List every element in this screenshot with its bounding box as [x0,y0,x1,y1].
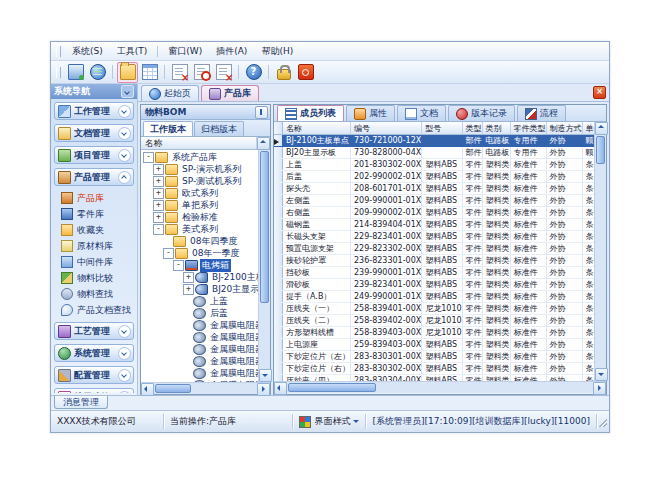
detail-tab[interactable]: 流程 [517,105,566,121]
table-row[interactable]: 提手（A.B）249-990001-01X塑料ABS零件塑料类标准件外协条 [274,291,594,303]
table-row[interactable]: 下纱定位片（左）283-830301-00X塑料ABS零件塑料类标准件外协条 [274,351,594,363]
table-row[interactable]: 长磁头支架229-823401-00X塑料ABS零件塑料类标准件外协条 [274,231,594,243]
close-document-button[interactable] [169,62,190,83]
sidebar-item[interactable]: 产品库 [53,190,135,206]
tree-node[interactable]: 后盖 [141,307,258,319]
menubar-grip[interactable] [56,46,61,57]
menu-item-1[interactable]: 工具(T) [111,43,154,60]
network-button[interactable] [87,62,108,83]
table-row[interactable]: 挡砂板239-990001-01X塑料ABS零件塑料类标准件外协条 [274,267,594,279]
column-header-6[interactable]: 制造方式 [546,122,582,135]
sidebar-section-4[interactable]: 工艺管理 [54,322,134,340]
table-scroll-down-button[interactable] [595,368,608,381]
chevron-down-icon[interactable] [118,391,131,394]
expand-toggle[interactable]: + [183,272,194,283]
chevron-down-icon[interactable] [118,369,131,382]
tree-scroll-down-button[interactable] [259,369,272,382]
sidebar-section-3[interactable]: 产品管理 [54,168,134,186]
open-library-button[interactable] [117,62,138,83]
table-row[interactable]: 探头壳208-601701-01X塑料ABS零件塑料类标准件外协条 [274,183,594,195]
table-row[interactable]: 下纱定位片（右）283-830302-00X塑料ABS零件塑料类标准件外协条 [274,363,594,375]
pin-icon[interactable] [255,106,268,119]
delete-document-button[interactable] [213,62,234,83]
expand-toggle[interactable]: + [153,176,164,187]
version-tab[interactable]: 归档版本 [194,121,244,136]
table-vertical-scrollbar[interactable] [594,122,606,381]
tree-node[interactable]: 08年四季度 [141,235,258,247]
sidebar-section-6[interactable]: 配置管理 [54,366,134,384]
sidebar-item[interactable]: 原材料库 [53,238,135,254]
sidebar-section-7[interactable]: 扩展功能 [54,388,134,393]
tree-node[interactable]: +单把系列 [141,199,258,211]
document-tab[interactable]: 产品库 [201,85,259,101]
table-hscroll-thumb[interactable] [288,383,376,392]
table-row[interactable]: 左侧盖209-990001-01X塑料ABS零件塑料类标准件外协条 [274,195,594,207]
column-header-0[interactable]: 名称 [283,122,351,135]
sidebar-section-2[interactable]: 项目管理 [54,146,134,164]
message-management-tab[interactable]: 消息管理 [54,396,108,409]
table-scroll-right-button[interactable] [593,382,606,395]
chevron-down-icon[interactable] [118,127,131,140]
chevron-down-icon[interactable] [118,325,131,338]
sidebar-item[interactable]: 物料比较 [53,270,135,286]
tree-node[interactable]: 上盖 [141,295,258,307]
collapse-toggle[interactable]: - [143,152,154,163]
table-row[interactable]: BJ20主显示板730-828000-04X部件电路板专用件外协颗 [274,147,594,159]
tree-scroll-up-button[interactable] [257,137,270,150]
menu-item-2[interactable]: 窗口(W) [162,43,208,60]
expand-toggle[interactable]: + [153,188,164,199]
sidebar-item[interactable]: 零件库 [53,206,135,222]
tree-node[interactable]: -美式系列 [141,223,258,235]
sidebar-item[interactable]: 物料查找 [53,286,135,302]
expand-toggle[interactable]: + [153,212,164,223]
tree-node[interactable]: +BJ20主显示板 [141,283,258,295]
table-row[interactable]: 压线夹（二）258-839402-00X尼龙1010零件塑料类标准件外协条 [274,315,594,327]
sidebar-item[interactable]: 收藏夹 [53,222,135,238]
table-row[interactable]: 上电源座259-839403-00X塑料ABS零件塑料类标准件外协条 [274,339,594,351]
tree-scroll-left-button[interactable] [141,383,154,396]
table-scroll-left-button[interactable] [274,382,287,395]
document-tab[interactable]: 起始页 [141,85,199,101]
chevron-down-icon[interactable] [118,347,131,360]
collapse-toggle[interactable]: - [163,248,174,259]
close-tab-button[interactable]: × [593,86,606,99]
exit-button[interactable] [295,62,316,83]
sidebar-collapse-button[interactable] [121,85,134,98]
tree-node[interactable]: -08年一季度 [141,247,258,259]
table-row[interactable]: 预置电源支架229-823302-00X塑料ABS零件塑料类标准件外协条 [274,243,594,255]
tree-column-header[interactable]: 名称 [141,137,257,149]
collapse-toggle[interactable]: - [173,260,184,271]
tree-node[interactable]: +BJ-2100主板单点 [141,271,258,283]
table-row[interactable]: 方形塑料线槽258-839403-00X尼龙1010零件塑料类标准件外协条 [274,327,594,339]
tree-vscroll-thumb[interactable] [260,151,269,303]
chevron-down-icon[interactable] [118,105,131,118]
detail-tab[interactable]: 属性 [346,105,395,121]
workspace-button[interactable] [65,62,86,83]
tree-node[interactable]: 金属膜电阻器 [141,331,258,343]
resize-grip[interactable] [597,414,609,429]
table-vscroll-thumb[interactable] [596,136,605,164]
menu-item-0[interactable]: 系统(S) [66,43,109,60]
detail-tab[interactable]: 版本记录 [448,105,515,121]
ui-style-selector[interactable]: 界面样式 [293,414,366,429]
data-grid-button[interactable] [139,62,160,83]
column-header-4[interactable]: 类别 [482,122,510,135]
column-header-2[interactable]: 型号 [422,122,462,135]
table-scroll-up-button[interactable] [595,122,608,135]
chevron-down-icon[interactable] [118,149,131,162]
tree-scroll-right-button[interactable] [257,383,270,396]
expand-toggle[interactable]: + [153,164,164,175]
column-header-5[interactable]: 零件类型 [510,122,546,135]
table-row[interactable]: 右侧盖209-990002-01X塑料ABS零件塑料类标准件外协条 [274,207,594,219]
column-header-3[interactable]: 类型 [462,122,482,135]
column-header-7[interactable]: 单位 [582,122,594,135]
collapse-toggle[interactable]: - [153,224,164,235]
tree-horizontal-scrollbar[interactable] [141,382,270,394]
sidebar-section-5[interactable]: 系统管理 [54,344,134,362]
check-document-button[interactable] [191,62,212,83]
help-button[interactable] [243,62,264,83]
sidebar-section-1[interactable]: 文档管理 [54,124,134,142]
sidebar-item[interactable]: 中间件库 [53,254,135,270]
table-row[interactable]: 滑砂板239-823401-00X塑料ABS零件塑料类标准件外协条 [274,279,594,291]
tree-hscroll-thumb[interactable] [155,384,191,393]
